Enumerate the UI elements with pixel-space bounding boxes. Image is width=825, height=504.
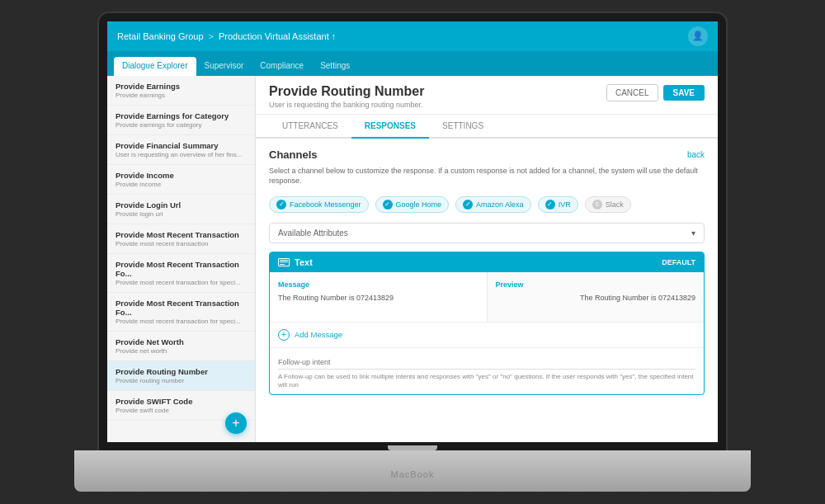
main-content: Provide Earnings Provide earnings Provid… (107, 76, 718, 442)
slack-icon: S (592, 200, 602, 210)
sidebar-item-provide-financial-summary[interactable]: Provide Financial Summary User is reques… (107, 135, 255, 165)
tab-settings-inner[interactable]: SETTINGS (429, 115, 497, 139)
add-message-row[interactable]: + Add Message (270, 322, 704, 347)
message-column: Message The Routing Number is 072413829 (270, 272, 488, 322)
sidebar-item-provide-net-worth[interactable]: Provide Net Worth Provide net worth (107, 332, 255, 361)
laptop-brand: MacBook (391, 469, 435, 479)
sidebar-item-provide-most-recent-transaction-fo2[interactable]: Provide Most Recent Transaction Fo... Pr… (107, 293, 255, 332)
save-button[interactable]: SAVE (663, 85, 705, 101)
message-value: The Routing Number is 072413829 (278, 294, 478, 302)
check-icon-google: ✓ (383, 200, 393, 210)
channel-google-home[interactable]: ✓ Google Home (375, 196, 450, 213)
breadcrumb-separator: > (209, 31, 214, 41)
breadcrumb: Retail Banking Group > Production Virtua… (117, 31, 688, 41)
text-card-title-area: Text (278, 257, 313, 267)
channels-description: Select a channel below to customize the … (269, 166, 705, 186)
laptop-base: MacBook (74, 450, 751, 492)
sidebar: Provide Earnings Provide earnings Provid… (107, 76, 256, 442)
right-panel: Provide Routing Number User is requestin… (256, 76, 718, 442)
followup-input[interactable] (278, 356, 695, 370)
check-icon-ivr: ✓ (545, 200, 555, 210)
panel-body: Channels back Select a channel below to … (256, 139, 718, 442)
panel-title: Provide Routing Number (269, 84, 424, 99)
top-nav: Retail Banking Group > Production Virtua… (107, 21, 718, 51)
tab-navigation: Dialogue Explorer Supervisor Compliance … (107, 51, 718, 76)
laptop-notch (388, 445, 437, 450)
header-actions: CANCEL SAVE (606, 84, 705, 101)
tab-dialogue-explorer[interactable]: Dialogue Explorer (114, 57, 196, 76)
fab-add-button[interactable]: + (225, 412, 247, 434)
chevron-down-icon: ▾ (691, 228, 695, 238)
back-link[interactable]: back (687, 150, 705, 159)
followup-hint: A Follow-up can be used to link multiple… (278, 373, 695, 390)
text-card-body: Message The Routing Number is 072413829 … (270, 272, 704, 322)
tab-supervisor[interactable]: Supervisor (196, 57, 252, 76)
preview-label: Preview (496, 280, 696, 289)
tab-responses[interactable]: RESPONSES (351, 115, 429, 139)
followup-row: A Follow-up can be used to link multiple… (270, 347, 704, 395)
channel-facebook-messenger[interactable]: ✓ Facebook Messenger (269, 196, 369, 213)
channels-header: Channels back (269, 148, 705, 161)
user-icon: 👤 (692, 31, 704, 41)
tab-utterances[interactable]: UTTERANCES (269, 115, 351, 139)
breadcrumb-group[interactable]: Retail Banking Group (117, 31, 204, 41)
available-attributes-dropdown[interactable]: Available Attributes ▾ (269, 223, 705, 243)
sidebar-item-provide-most-recent-transaction[interactable]: Provide Most Recent Transaction Provide … (107, 224, 255, 254)
message-label: Message (278, 280, 478, 289)
add-message-label: Add Message (295, 330, 342, 339)
panel-header: Provide Routing Number User is requestin… (256, 76, 718, 115)
text-card-icon (278, 258, 290, 266)
cancel-button[interactable]: CANCEL (606, 84, 658, 101)
sidebar-item-provide-login-url[interactable]: Provide Login Url Provide login url (107, 195, 255, 224)
tab-compliance[interactable]: Compliance (252, 57, 312, 76)
default-badge: DEFAULT (662, 258, 695, 266)
breadcrumb-assistant[interactable]: Production Virtual Assistant ↑ (219, 31, 336, 41)
channels-title: Channels (269, 148, 318, 161)
preview-value: The Routing Number is 072413829 (496, 294, 696, 302)
inner-tabs: UTTERANCES RESPONSES SETTINGS (256, 115, 718, 139)
channel-ivr[interactable]: ✓ IVR (538, 196, 578, 213)
channel-slack[interactable]: S Slack (585, 196, 631, 213)
sidebar-item-provide-earnings-category[interactable]: Provide Earnings for Category Provide ea… (107, 106, 255, 135)
channel-badges: ✓ Facebook Messenger ✓ Google Home ✓ Ama… (269, 196, 705, 213)
channel-amazon-alexa[interactable]: ✓ Amazon Alexa (455, 196, 531, 213)
check-icon-alexa: ✓ (463, 200, 473, 210)
panel-subtitle: User is requesting the banking routing n… (269, 101, 424, 109)
text-card-header: Text DEFAULT (270, 252, 704, 272)
user-icon-button[interactable]: 👤 (688, 26, 708, 46)
check-icon-facebook: ✓ (276, 200, 286, 210)
sidebar-item-provide-most-recent-transaction-fo1[interactable]: Provide Most Recent Transaction Fo... Pr… (107, 254, 255, 293)
text-card-title: Text (295, 257, 313, 267)
sidebar-item-provide-routing-number[interactable]: Provide Routing Number Provide routing n… (107, 361, 255, 391)
sidebar-item-provide-income[interactable]: Provide Income Provide income (107, 165, 255, 195)
text-card: Text DEFAULT Message The Routing Number … (269, 252, 705, 396)
plus-icon: + (278, 329, 290, 341)
tab-settings[interactable]: Settings (312, 57, 358, 76)
sidebar-item-provide-earnings[interactable]: Provide Earnings Provide earnings (107, 76, 255, 106)
preview-column: Preview The Routing Number is 072413829 (488, 272, 705, 322)
